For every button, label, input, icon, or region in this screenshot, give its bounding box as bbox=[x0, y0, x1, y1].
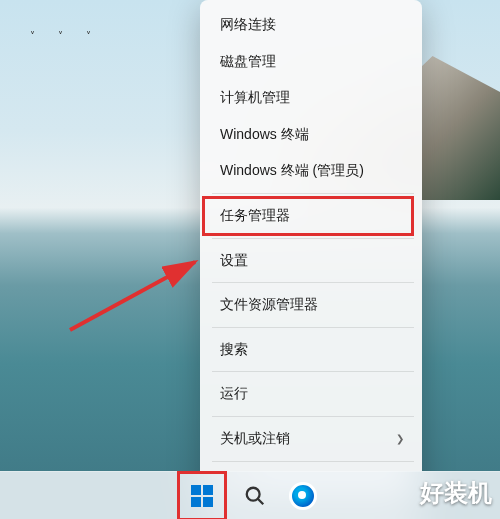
app-icon bbox=[289, 482, 317, 510]
menu-item-label: Windows 终端 bbox=[220, 125, 309, 145]
chevron-right-icon: ❯ bbox=[396, 432, 404, 446]
taskbar-search-button[interactable] bbox=[235, 476, 275, 516]
menu-divider bbox=[212, 238, 414, 239]
menu-item-label: 关机或注销 bbox=[220, 429, 290, 449]
menu-item-label: 搜索 bbox=[220, 340, 248, 360]
start-button[interactable] bbox=[182, 476, 222, 516]
menu-item-run[interactable]: 运行 bbox=[206, 376, 420, 412]
menu-item-label: Windows 终端 (管理员) bbox=[220, 161, 364, 181]
menu-item-label: 计算机管理 bbox=[220, 88, 290, 108]
menu-divider bbox=[212, 327, 414, 328]
svg-line-3 bbox=[258, 498, 264, 504]
menu-item-settings[interactable]: 设置 bbox=[206, 243, 420, 279]
menu-item-label: 运行 bbox=[220, 384, 248, 404]
search-icon bbox=[244, 485, 266, 507]
winx-context-menu: 网络连接 磁盘管理 计算机管理 Windows 终端 Windows 终端 (管… bbox=[200, 0, 422, 508]
menu-item-shutdown-signout[interactable]: 关机或注销 ❯ bbox=[206, 421, 420, 457]
menu-item-network-connections[interactable]: 网络连接 bbox=[206, 7, 420, 43]
menu-divider bbox=[212, 461, 414, 462]
menu-item-label: 文件资源管理器 bbox=[220, 295, 318, 315]
menu-item-file-explorer[interactable]: 文件资源管理器 bbox=[206, 287, 420, 323]
menu-item-computer-management[interactable]: 计算机管理 bbox=[206, 80, 420, 116]
menu-item-task-manager[interactable]: 任务管理器 bbox=[206, 198, 420, 234]
taskbar-app-button[interactable] bbox=[283, 476, 323, 516]
menu-item-windows-terminal-admin[interactable]: Windows 终端 (管理员) bbox=[206, 153, 420, 189]
menu-divider bbox=[212, 282, 414, 283]
menu-item-label: 磁盘管理 bbox=[220, 52, 276, 72]
menu-item-label: 任务管理器 bbox=[220, 206, 290, 226]
menu-item-disk-management[interactable]: 磁盘管理 bbox=[206, 44, 420, 80]
menu-item-search[interactable]: 搜索 bbox=[206, 332, 420, 368]
windows-logo-icon bbox=[191, 485, 213, 507]
menu-divider bbox=[212, 193, 414, 194]
wallpaper-birds: ˅ ˅ ˅ bbox=[30, 30, 101, 41]
menu-item-label: 设置 bbox=[220, 251, 248, 271]
menu-item-windows-terminal[interactable]: Windows 终端 bbox=[206, 117, 420, 153]
watermark-text: 好装机 bbox=[420, 477, 492, 509]
annotation-start-highlight bbox=[177, 471, 227, 520]
svg-point-2 bbox=[247, 487, 260, 500]
taskbar: 好装机 bbox=[0, 471, 500, 519]
menu-divider bbox=[212, 371, 414, 372]
menu-item-label: 网络连接 bbox=[220, 15, 276, 35]
menu-divider bbox=[212, 416, 414, 417]
